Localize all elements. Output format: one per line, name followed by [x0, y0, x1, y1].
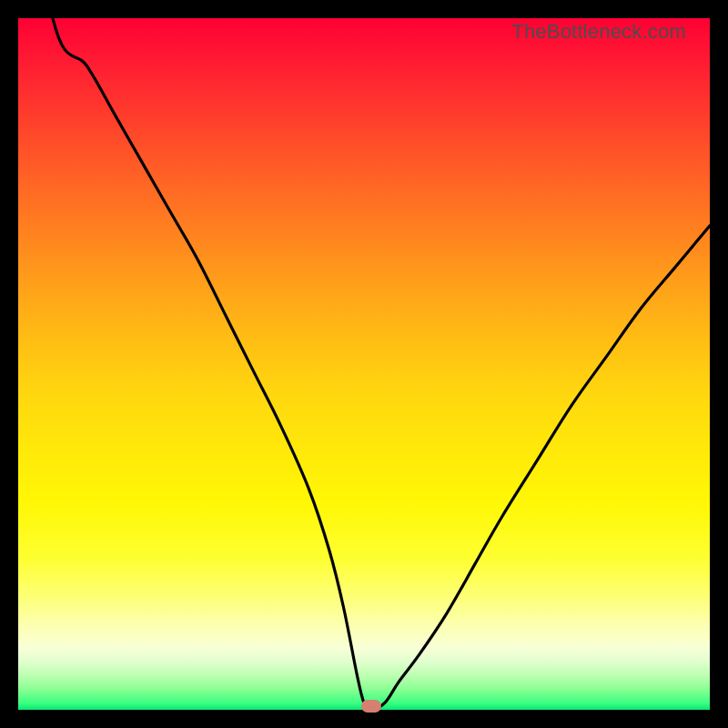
curve-path: [18, 18, 710, 710]
optimal-point-marker: [361, 700, 381, 713]
plot-area: TheBottleneck.com: [18, 18, 710, 710]
chart-frame: TheBottleneck.com: [0, 0, 728, 728]
bottleneck-curve: [18, 18, 710, 710]
